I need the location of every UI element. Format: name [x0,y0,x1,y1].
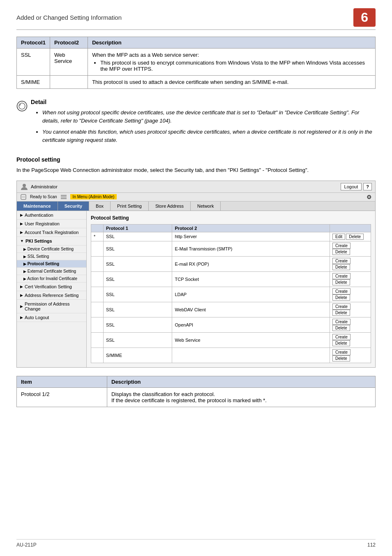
tab-store-address[interactable]: Store Address [149,202,191,211]
delete-button[interactable]: Delete [332,279,350,285]
cell-description-ssl: When the MFP acts as a Web service serve… [88,49,376,76]
delete-button[interactable]: Delete [332,294,350,301]
ss-cell-p2 [172,348,330,363]
ss-topbar: Administrator Logout ? [17,181,375,193]
tab-network[interactable]: Network [191,202,221,211]
create-button[interactable]: Create [332,258,350,264]
sidebar-item-auto-logout[interactable]: ▶ Auto Logout [17,313,86,322]
delete-button[interactable]: Delete [332,355,350,361]
ss-cell-p1: S/MIME [104,348,172,363]
sidebar-item-account-track[interactable]: ▶ Account Track Registration [17,228,86,237]
ss-col-p1 [91,224,104,232]
sidebar-item-permission[interactable]: ▶ Permission of Address Change [17,300,86,313]
delete-button[interactable]: Delete [332,340,350,346]
ss-table-row: SSLLDAPCreateDelete [91,287,371,302]
logout-button[interactable]: Logout [341,183,362,190]
gear-icon: ⚙ [367,194,372,200]
svg-rect-7 [61,195,67,196]
ss-cell-mark [91,271,104,287]
ss-cell-p2: E-Mail Transmission (SMTP) [172,241,330,256]
cell-protocol1-smime: S/MIME [17,76,50,89]
sidebar-item-user-registration[interactable]: ▶ User Registration [17,220,86,228]
arrow-icon: ▶ [23,269,26,273]
tab-print-setting[interactable]: Print Setting [111,202,149,211]
ss-body: ▶ Authentication ▶ User Registration ▶ A… [17,211,375,367]
sidebar-item-authentication[interactable]: ▶ Authentication [17,211,86,220]
arrow-icon: ▶ [20,213,23,217]
tab-security[interactable]: Security [58,202,89,211]
create-button[interactable]: Create [332,349,350,355]
ss-topbar-left: Administrator [20,183,58,191]
sidebar-sub-device-cert[interactable]: ▶ Device Certificate Setting [17,246,86,253]
page-header: Added or Changed Setting Information 6 [16,8,376,30]
ss-cell-p2: LDAP [172,287,330,302]
ready-status: Ready to Scan [30,195,57,199]
sidebar-label-pki: PKI Settings [25,239,52,243]
ss-cell-p1: SSL [104,332,172,348]
delete-button[interactable]: Delete [332,264,350,270]
sidebar-label-device-cert: Device Certificate Setting [28,247,74,251]
ss-cell-p1: SSL [104,241,172,256]
sidebar-sub-ssl-setting[interactable]: ▶ SSL Setting [17,253,86,260]
sidebar-label-cert-ver: Cert Verification Setting [25,284,72,289]
footer-code: AU-211P [16,542,37,548]
arrow-icon: ▶ [23,255,26,259]
ss-cell-mark [91,287,104,302]
page-number: 6 [353,8,376,27]
scan-icon [20,194,27,200]
help-button[interactable]: ? [363,183,372,190]
sidebar-item-pki-settings[interactable]: ▼ PKI Settings [17,237,86,246]
delete-button[interactable]: Delete [332,325,350,331]
ss-nav-tabs: Maintenance Security Box Print Setting S… [17,202,375,211]
sidebar-sub-protocol-setting[interactable]: ▶ Protocol Setting [17,260,86,268]
delete-button[interactable]: Delete [332,249,350,255]
ss-cell-mark [91,302,104,317]
create-button[interactable]: Create [332,243,350,249]
tab-box[interactable]: Box [89,202,111,211]
page-title: Added or Changed Setting Information [16,14,122,21]
sidebar-item-address-reference[interactable]: ▶ Address Reference Setting [17,291,86,300]
table-row: SSL Web Service When the MFP acts as a W… [17,49,376,76]
ss-cell-actions: CreateDelete [330,256,371,271]
ss-cell-p2: http Server [172,232,330,241]
ss-cell-mark [91,317,104,332]
create-button[interactable]: Create [332,319,350,325]
detail-bullet-1: When not using protocol specific device … [42,109,376,125]
arrow-icon: ▶ [20,304,23,308]
cell-description-smime: This protocol is used to attach a device… [88,76,376,89]
footer-page: 112 [367,542,376,548]
sidebar-label-user-registration: User Registration [25,221,60,226]
ss-content: Protocol Setting Protocol 1 Protocol 2 *… [87,211,375,367]
svg-point-4 [23,184,26,187]
ss-table-row: SSLTCP SocketCreateDelete [91,271,371,287]
arrow-icon: ▶ [20,222,23,226]
tab-maintenance[interactable]: Maintenance [17,202,58,211]
screenshot-mockup: Administrator Logout ? Ready to Scan In … [16,181,376,368]
create-button[interactable]: Create [332,303,350,310]
ss-cell-p2: OpenAPI [172,317,330,332]
delete-button[interactable]: Delete [332,310,350,316]
sidebar-sub-ext-cert[interactable]: ▶ External Certificate Setting [17,268,86,275]
table-row: S/MIME This protocol is used to attach a… [17,76,376,89]
description-bullet: This protocol is used to encrypt communi… [100,60,371,72]
delete-button[interactable]: Delete [346,234,364,240]
sidebar-label-action-invalid: Action for Invalid Certificate [27,276,77,281]
ss-table-row: SSLE-Mail Transmission (SMTP)CreateDelet… [91,241,371,256]
sidebar-label-protocol: Protocol Setting [28,262,59,266]
protocol-setting-section: Protocol setting In the PageScope Web Co… [16,156,376,175]
sidebar-sub-action-invalid[interactable]: ▶ Action for Invalid Certificate [17,275,86,283]
ss-table-row: SSLWebDAV ClientCreateDelete [91,302,371,317]
admin-icon [20,183,28,191]
edit-button[interactable]: Edit [332,234,345,240]
ss-cell-actions: CreateDelete [330,332,371,348]
create-button[interactable]: Create [332,334,350,340]
sidebar-item-cert-verification[interactable]: ▶ Cert Verification Setting [17,283,86,291]
admin-mode-label: In Menu (Admin Mode) [70,194,117,199]
ss-cell-actions: CreateDelete [330,317,371,332]
ss-cell-p2: Web Service [172,332,330,348]
ss-cell-mark: * [91,232,104,241]
ss-cell-p1: SSL [104,287,172,302]
create-button[interactable]: Create [332,288,350,294]
create-button[interactable]: Create [332,273,350,279]
ss-cell-p1: SSL [104,271,172,287]
